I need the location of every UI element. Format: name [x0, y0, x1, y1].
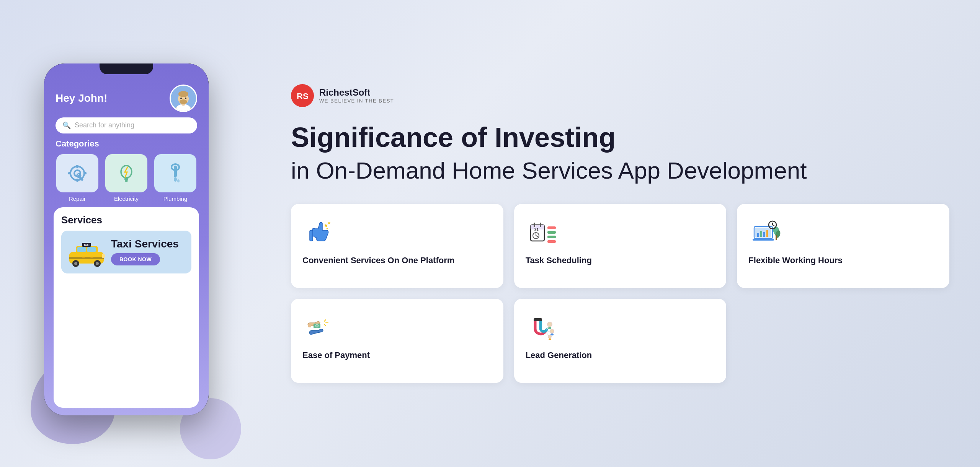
greeting-text: Hey John! [56, 92, 107, 104]
phone-header: Hey John! [54, 85, 199, 112]
svg-point-32 [74, 262, 77, 265]
svg-point-35 [102, 254, 105, 258]
svg-rect-27 [87, 247, 96, 252]
svg-rect-37 [90, 257, 93, 258]
svg-rect-85 [549, 338, 551, 340]
services-title: Services [61, 214, 191, 226]
logo-text-block: RichestSoft WE BELIEVE IN THE BEST [319, 87, 394, 104]
svg-point-5 [178, 91, 188, 97]
svg-point-22 [174, 177, 177, 182]
svg-rect-76 [534, 318, 542, 321]
taxi-info: Taxi Services BOOK NOW [111, 238, 185, 265]
electricity-label: Electricity [114, 195, 139, 202]
feature-label-lead: Lead Generation [526, 350, 592, 361]
svg-rect-12 [76, 165, 78, 168]
search-bar[interactable]: 🔍 Search for anything [56, 117, 197, 133]
svg-text:★: ★ [326, 227, 328, 230]
feature-label-scheduling: Task Scheduling [526, 255, 592, 266]
categories-label: Categories [54, 139, 199, 149]
svg-point-81 [551, 330, 553, 332]
avatar [170, 85, 197, 112]
svg-point-34 [96, 262, 99, 265]
svg-rect-36 [82, 257, 85, 258]
main-heading: Significance of Investing [291, 122, 949, 153]
svg-rect-39 [310, 230, 313, 241]
feature-card-payment: Ease of Payment [291, 299, 503, 383]
svg-text:★: ★ [327, 221, 331, 225]
svg-rect-19 [125, 180, 128, 182]
svg-rect-18 [124, 179, 128, 180]
svg-rect-64 [776, 235, 777, 240]
search-placeholder: Search for anything [75, 121, 134, 129]
left-section: Hey John! [0, 0, 253, 467]
svg-line-54 [536, 236, 537, 236]
feature-label-flexible: Flexible Working Hours [748, 255, 842, 266]
taxi-title: Taxi Services [111, 238, 185, 250]
svg-rect-30 [69, 257, 104, 259]
feature-label-convenient: Convenient Services On One Platform [302, 255, 454, 266]
scheduling-icon: 31 [526, 218, 560, 248]
svg-rect-49 [547, 231, 556, 234]
search-icon: 🔍 [62, 121, 71, 130]
svg-point-7 [185, 98, 186, 99]
svg-rect-13 [76, 179, 78, 182]
svg-rect-68 [308, 325, 311, 327]
taxi-illustration: TAXI [67, 237, 106, 267]
repair-icon-box [56, 154, 98, 192]
phone-notch [100, 63, 153, 74]
electricity-icon-box [105, 154, 147, 192]
logo-row: RS RichestSoft WE BELIEVE IN THE BEST [291, 84, 949, 107]
plumbing-label: Plumbing [163, 195, 188, 202]
phone-mockup: Hey John! [44, 63, 209, 415]
lead-icon [526, 312, 560, 343]
repair-label: Repair [69, 195, 86, 202]
sub-heading: in On-Demand Home Services App Developme… [291, 156, 949, 185]
book-now-button[interactable]: BOOK NOW [111, 253, 160, 265]
feature-label-payment: Ease of Payment [302, 350, 370, 361]
svg-text:31: 31 [534, 228, 539, 232]
svg-rect-48 [547, 226, 556, 229]
svg-rect-72 [310, 332, 313, 335]
features-grid: ★ ★ ★ Convenient Services On One Platfor… [291, 204, 949, 383]
svg-rect-79 [548, 327, 551, 329]
convenient-icon: ★ ★ ★ [302, 218, 337, 248]
feature-card-lead: Lead Generation [514, 299, 727, 383]
logo-badge: RS [291, 84, 314, 107]
svg-text:RS: RS [297, 91, 309, 101]
svg-rect-26 [77, 247, 86, 252]
plumbing-icon-box [154, 154, 196, 192]
svg-line-73 [324, 320, 326, 321]
logo-name: RichestSoft [319, 87, 394, 98]
category-plumbing[interactable]: Plumbing [154, 154, 197, 202]
svg-rect-50 [547, 236, 556, 238]
right-section: RS RichestSoft WE BELIEVE IN THE BEST Si… [253, 0, 980, 467]
category-repair[interactable]: Repair [56, 154, 99, 202]
svg-rect-14 [68, 172, 71, 174]
flexible-icon [748, 218, 783, 248]
svg-rect-15 [83, 172, 87, 174]
phone-screen: Hey John! [44, 63, 209, 415]
svg-rect-20 [174, 166, 177, 177]
category-electricity[interactable]: Electricity [105, 154, 148, 202]
svg-rect-59 [760, 231, 762, 237]
feature-card-convenient: ★ ★ ★ Convenient Services On One Platfor… [291, 204, 503, 288]
payment-icon [302, 312, 337, 343]
svg-text:TAXI: TAXI [83, 244, 89, 246]
svg-rect-57 [753, 239, 774, 241]
logo-tagline: WE BELIEVE IN THE BEST [319, 98, 394, 104]
services-section: Services TAXI [54, 207, 199, 408]
svg-point-23 [177, 179, 180, 182]
svg-line-75 [324, 324, 326, 326]
svg-line-67 [773, 225, 774, 226]
categories-grid: Repair Ele [54, 154, 199, 202]
taxi-card: TAXI Taxi [61, 231, 191, 273]
svg-rect-46 [540, 223, 541, 227]
svg-rect-58 [757, 233, 759, 237]
svg-rect-60 [763, 232, 765, 237]
svg-rect-45 [534, 223, 535, 227]
feature-card-scheduling: 31 Task Scheduling [514, 204, 727, 288]
svg-point-6 [180, 98, 182, 99]
svg-point-4 [180, 99, 187, 104]
svg-rect-51 [547, 240, 556, 243]
svg-rect-61 [766, 230, 768, 237]
